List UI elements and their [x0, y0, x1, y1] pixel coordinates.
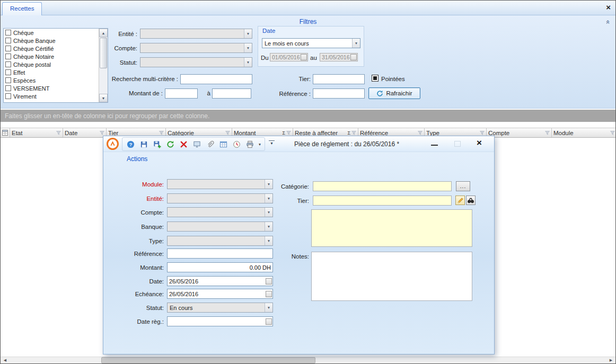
reference-input[interactable] — [167, 248, 273, 259]
save-new-icon — [153, 140, 161, 148]
list-item[interactable]: Espèces — [4, 76, 99, 84]
montant-de-label: Montant de : — [100, 90, 163, 96]
filter-funnel-icon[interactable] — [286, 131, 291, 135]
checkbox-icon[interactable] — [5, 54, 11, 59]
save-new-button[interactable] — [151, 139, 163, 150]
print-dropdown-icon[interactable]: ▼ — [257, 143, 262, 146]
print-button[interactable] — [244, 139, 256, 150]
search-tier-button[interactable] — [466, 196, 476, 205]
actions-label[interactable]: Actions — [127, 155, 147, 163]
checkbox-icon[interactable] — [5, 77, 11, 83]
horizontal-scrollbar[interactable]: ◀ ▶ — [1, 357, 615, 363]
period-select[interactable]: Le mois en cours ▼ — [262, 38, 360, 48]
toolbar-overflow-icon[interactable]: ▼ — [269, 140, 275, 146]
column-header-etat[interactable]: Etat — [10, 128, 63, 137]
filter-funnel-icon[interactable] — [480, 131, 485, 135]
filter-funnel-icon[interactable] — [159, 131, 164, 135]
checkbox-icon[interactable] — [5, 46, 11, 51]
compte-select[interactable]: ▼ — [167, 207, 273, 217]
column-header-module[interactable]: Module — [552, 128, 616, 137]
collapse-panel-icon[interactable]: « — [604, 20, 612, 24]
minimize-icon[interactable] — [431, 143, 438, 146]
notes-textarea[interactable] — [311, 252, 472, 301]
entite-select[interactable]: ▼ — [140, 29, 252, 39]
date-picker-button[interactable] — [266, 291, 272, 297]
table-button[interactable] — [217, 139, 230, 150]
list-item[interactable]: Virement — [4, 92, 99, 100]
montant-max-input[interactable] — [212, 88, 251, 99]
date-picker-button[interactable] — [301, 54, 307, 60]
reference-input[interactable] — [313, 88, 365, 99]
list-item[interactable]: Effet — [4, 68, 99, 76]
type-select[interactable]: ▼ — [167, 236, 273, 246]
close-icon[interactable]: × — [477, 138, 482, 148]
pointees-checkbox[interactable] — [372, 75, 379, 82]
date-to-field[interactable]: 31/05/2016 — [320, 53, 358, 61]
scrollbar-thumb[interactable] — [101, 357, 315, 363]
filter-funnel-icon[interactable] — [610, 131, 615, 135]
save-button[interactable] — [138, 139, 150, 150]
list-item[interactable]: VERSEMENT — [4, 84, 99, 92]
preview-button[interactable] — [191, 139, 203, 150]
statut-select[interactable]: ▼ — [140, 57, 252, 67]
help-button[interactable]: ? — [125, 139, 137, 150]
entite-select[interactable]: ▼ — [167, 193, 273, 203]
column-header-date[interactable]: Date — [63, 128, 107, 137]
attachment-button[interactable] — [204, 139, 216, 150]
filter-funnel-icon[interactable] — [545, 131, 550, 135]
memo-textarea[interactable] — [311, 209, 472, 247]
checkbox-icon[interactable] — [5, 69, 11, 75]
browse-button[interactable]: ... — [456, 181, 470, 191]
sum-icon[interactable]: Σ — [282, 130, 285, 136]
compte-select[interactable]: ▼ — [140, 43, 252, 53]
date-from-field[interactable]: 01/05/2016 — [270, 53, 308, 61]
scroll-left-icon[interactable]: ◀ — [1, 357, 9, 363]
checkbox-icon[interactable] — [5, 61, 11, 67]
statut-select[interactable]: En cours ▼ — [167, 303, 273, 313]
date-reg-field[interactable] — [167, 316, 273, 326]
filter-funnel-icon[interactable] — [351, 131, 356, 135]
tier-input[interactable] — [313, 196, 452, 206]
date-picker-button[interactable] — [266, 318, 272, 325]
binoculars-icon — [467, 197, 474, 204]
date-picker-button[interactable] — [266, 278, 272, 285]
banque-select[interactable]: ▼ — [167, 221, 273, 232]
filter-funnel-icon[interactable] — [56, 131, 61, 135]
filter-funnel-icon[interactable] — [225, 131, 230, 135]
dialog-title-bar[interactable]: ? — [103, 136, 494, 152]
scroll-right-icon[interactable]: ▶ — [607, 357, 615, 363]
date-field[interactable]: 26/05/2016 — [167, 276, 273, 286]
tab-label: Recettes — [10, 5, 34, 12]
dialog-title: Pièce de réglement : du 26/05/2016 * — [294, 140, 399, 148]
module-select[interactable]: ▼ — [167, 179, 273, 189]
echeance-field[interactable]: 26/05/2016 — [167, 289, 273, 299]
montant-min-input[interactable] — [165, 88, 198, 99]
refresh-button[interactable] — [164, 139, 177, 150]
list-item[interactable]: Chèque Banque — [4, 37, 99, 45]
checkbox-icon[interactable] — [5, 85, 11, 91]
tier-input[interactable] — [313, 74, 365, 84]
row-indicator-header[interactable] — [1, 128, 10, 137]
tab-recettes[interactable]: Recettes — [2, 2, 42, 15]
delete-button[interactable] — [178, 139, 190, 150]
recherche-input[interactable] — [180, 74, 252, 84]
checkbox-icon[interactable] — [5, 38, 11, 43]
checkbox-icon[interactable] — [5, 30, 11, 35]
close-icon[interactable]: × — [606, 3, 611, 12]
column-label: Module — [553, 130, 609, 136]
filter-funnel-icon[interactable] — [100, 131, 104, 135]
payment-type-label: VERSEMENT — [13, 85, 49, 92]
history-button[interactable] — [231, 139, 243, 150]
chevron-down-icon: ▼ — [244, 43, 252, 52]
montant-input[interactable] — [167, 262, 273, 272]
date-picker-button[interactable] — [350, 54, 357, 60]
categorie-input[interactable] — [313, 181, 452, 191]
maximize-icon — [454, 141, 461, 147]
sum-icon[interactable]: Σ — [347, 130, 350, 136]
refresh-button[interactable]: Rafraichir — [368, 87, 420, 99]
filter-funnel-icon[interactable] — [418, 131, 423, 135]
column-header-compte[interactable]: Compte — [487, 128, 552, 137]
checkbox-icon[interactable] — [5, 93, 11, 99]
edit-tier-button[interactable] — [455, 196, 465, 205]
group-by-bar[interactable]: Faites glisser un en-tête de colonne ici… — [1, 110, 615, 122]
